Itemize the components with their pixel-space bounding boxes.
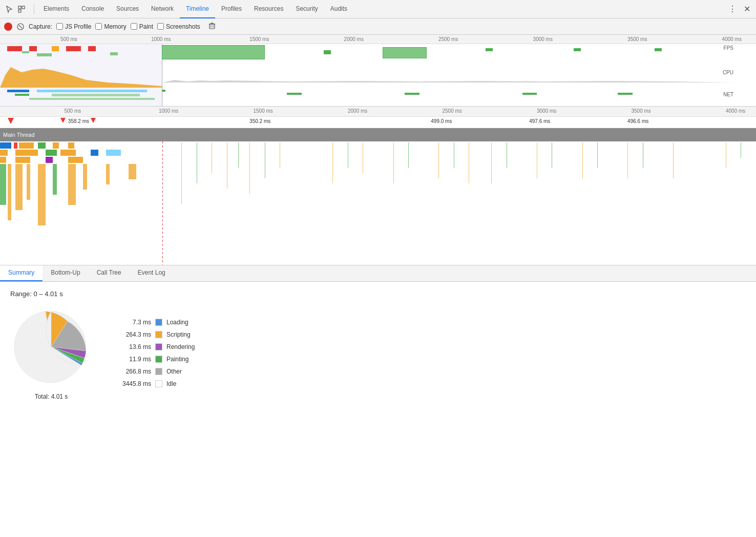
layers-icon[interactable] xyxy=(16,4,27,14)
svg-rect-5 xyxy=(209,24,215,29)
flame-tall-6 xyxy=(53,164,56,195)
flame-marker-4000: 4000 ms xyxy=(726,108,745,114)
tab-audits[interactable]: Audits xyxy=(324,0,353,18)
time-marker-3500: 3500 ms xyxy=(627,36,647,42)
flame-vbar-22 xyxy=(597,142,598,168)
cpu-row: CPU xyxy=(0,65,736,88)
legend-painting: 11.9 ms Painting xyxy=(113,356,195,363)
flame-vbar-7 xyxy=(265,142,265,178)
record-button[interactable] xyxy=(4,23,12,31)
svg-rect-1 xyxy=(18,10,21,12)
flame-marker-1500: 1500 ms xyxy=(253,108,272,114)
rendering-value: 13.6 ms xyxy=(113,343,151,350)
legend-other: 266.8 ms Other xyxy=(113,368,195,375)
svg-rect-2 xyxy=(22,6,25,9)
legend-loading: 7.3 ms Loading xyxy=(113,319,195,326)
capture-label: Capture: xyxy=(29,23,52,30)
tab-security[interactable]: Security xyxy=(289,0,324,18)
memory-label: Memory xyxy=(104,23,126,30)
flame-bar-8 xyxy=(15,150,38,156)
tab-bottom-up[interactable]: Bottom-Up xyxy=(43,265,88,281)
flame-bar-16 xyxy=(68,157,83,163)
js-profile-checkbox[interactable]: JS Profile xyxy=(56,23,91,30)
net-row: NET xyxy=(0,88,736,107)
timeline-overview[interactable]: 500 ms 1000 ms 1500 ms 2000 ms 2500 ms 3… xyxy=(0,35,756,107)
panel-tabs: Summary Bottom-Up Call Tree Event Log xyxy=(0,265,756,282)
timing-value-1: 358.2 ms xyxy=(68,118,89,124)
timing-marker-3 xyxy=(91,118,96,123)
legend: 7.3 ms Loading 264.3 ms Scripting 13.6 m… xyxy=(113,319,195,387)
main-thread-label: Main Thread xyxy=(3,132,35,138)
flame-tall-5 xyxy=(38,164,46,225)
tab-sources[interactable]: Sources xyxy=(110,0,145,18)
flame-vbar-21 xyxy=(582,142,583,178)
loading-color xyxy=(155,319,162,326)
svg-marker-12 xyxy=(0,67,162,88)
timing-value-4: 497.6 ms xyxy=(529,118,550,124)
summary-content: Range: 0 – 4.01 s xyxy=(0,282,756,537)
flame-bar-15 xyxy=(46,157,53,163)
trash-icon[interactable] xyxy=(208,22,216,31)
flame-vbar-13 xyxy=(408,142,409,168)
toolbar-separator xyxy=(34,4,34,14)
flame-bar-14 xyxy=(15,157,31,163)
tab-network[interactable]: Network xyxy=(145,0,180,18)
painting-label: Painting xyxy=(166,356,188,363)
flame-marker-1000: 1000 ms xyxy=(159,108,178,114)
flame-bar-2 xyxy=(14,142,17,149)
flame-vbar-24 xyxy=(643,142,643,168)
flame-tall-1 xyxy=(0,164,6,205)
tab-call-tree[interactable]: Call Tree xyxy=(89,265,130,281)
js-profile-label: JS Profile xyxy=(65,23,91,30)
flame-tall-7 xyxy=(68,164,76,205)
loading-value: 7.3 ms xyxy=(113,319,151,326)
tab-profiles[interactable]: Profiles xyxy=(215,0,248,18)
scripting-label: Scripting xyxy=(166,331,191,338)
tab-event-log[interactable]: Event Log xyxy=(130,265,174,281)
timing-value-5: 496.6 ms xyxy=(627,118,648,124)
svg-rect-0 xyxy=(18,6,21,9)
fps-row: FPS xyxy=(0,44,736,65)
loading-label: Loading xyxy=(166,319,188,326)
screenshots-label: Screenshots xyxy=(166,23,200,30)
flame-bar-4 xyxy=(38,142,46,149)
other-value: 266.8 ms xyxy=(113,368,151,375)
clear-button[interactable] xyxy=(16,23,25,31)
cursor-icon[interactable] xyxy=(4,4,14,14)
tab-elements[interactable]: Elements xyxy=(37,0,75,18)
more-options-icon[interactable]: ⋮ xyxy=(727,4,738,14)
tab-timeline[interactable]: Timeline xyxy=(180,0,215,18)
memory-checkbox[interactable]: Memory xyxy=(95,23,126,30)
net-label: NET xyxy=(723,92,736,97)
time-marker-1500: 1500 ms xyxy=(249,36,269,42)
flame-marker-2500: 2500 ms xyxy=(442,108,461,114)
screenshots-checkbox[interactable]: Screenshots xyxy=(157,23,200,30)
legend-rendering: 13.6 ms Rendering xyxy=(113,343,195,350)
flame-vbar-19 xyxy=(537,142,537,178)
timing-marker-2 xyxy=(60,118,66,123)
flame-vbar-8 xyxy=(280,142,280,168)
bottom-panel: Summary Bottom-Up Call Tree Event Log Ra… xyxy=(0,265,756,537)
time-marker-500: 500 ms xyxy=(60,36,77,42)
flame-canvas[interactable] xyxy=(0,141,756,265)
paint-checkbox[interactable]: Paint xyxy=(131,23,153,30)
flame-bar-6 xyxy=(68,142,74,149)
rendering-color xyxy=(155,343,162,350)
other-color xyxy=(155,368,162,375)
flame-vbar-18 xyxy=(507,142,507,168)
paint-label: Paint xyxy=(139,23,153,30)
tab-console[interactable]: Console xyxy=(75,0,110,18)
tab-resources[interactable]: Resources xyxy=(248,0,289,18)
flame-tall-8 xyxy=(83,164,87,190)
flame-vbar-5 xyxy=(238,142,239,168)
flame-vbar-12 xyxy=(393,142,394,183)
flame-chart-area[interactable]: 500 ms 1000 ms 1500 ms 2000 ms 2500 ms 3… xyxy=(0,107,756,265)
svg-marker-13 xyxy=(162,80,736,82)
tab-summary[interactable]: Summary xyxy=(0,265,43,281)
flame-vbar-17 xyxy=(491,142,492,183)
close-icon[interactable]: ✕ xyxy=(742,4,752,14)
flame-vbar-14 xyxy=(438,142,439,178)
flame-vbar-10 xyxy=(348,142,348,168)
flame-marker-3500: 3500 ms xyxy=(631,108,650,114)
flame-vbar-23 xyxy=(627,142,628,178)
